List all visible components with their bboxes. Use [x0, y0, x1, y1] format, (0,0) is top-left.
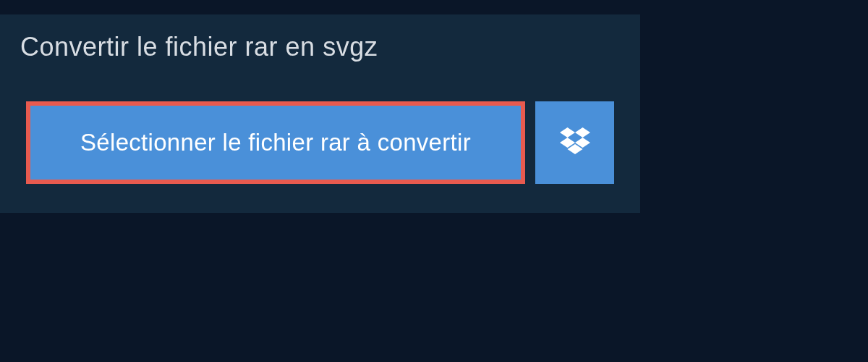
title-bar: Convertir le fichier rar en svgz	[0, 14, 398, 80]
dropbox-button[interactable]	[535, 101, 614, 184]
converter-panel: Convertir le fichier rar en svgz Sélecti…	[0, 14, 640, 213]
page-title: Convertir le fichier rar en svgz	[20, 32, 378, 62]
dropbox-icon	[560, 127, 590, 158]
select-file-label: Sélectionner le fichier rar à convertir	[80, 129, 471, 156]
button-area: Sélectionner le fichier rar à convertir	[0, 80, 640, 213]
select-file-button[interactable]: Sélectionner le fichier rar à convertir	[26, 101, 525, 184]
